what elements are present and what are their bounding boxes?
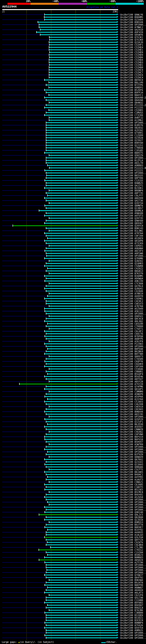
hit-label[interactable]: UniRef100_C7H000: [120, 325, 146, 328]
hit-label[interactable]: UniRef100_C0B8R1: [120, 370, 146, 373]
hit-label[interactable]: UniRef100_C0FJV0: [120, 234, 146, 237]
hit-label[interactable]: UniRef100_C0E919: [120, 406, 146, 408]
hit-label[interactable]: UniRef100_C5IHD1: [120, 64, 146, 66]
hit-label[interactable]: UniRef100_Q9L2C5: [120, 514, 146, 516]
hit-label[interactable]: UniRef100_C7H312: [120, 549, 146, 551]
hit-label[interactable]: UniRef100_Q6NAX9: [120, 456, 146, 458]
hit-label[interactable]: UniRef100_A5KJ22: [120, 310, 146, 312]
hit-label[interactable]: UniRef100_A9DAN4: [120, 247, 146, 250]
hit-label[interactable]: UniRef100_Q39735: [120, 217, 146, 220]
hit-label[interactable]: UniRef100_B9HYA0: [120, 142, 146, 144]
hit-label[interactable]: UniRef100_C4G3V8: [120, 403, 146, 406]
hit-label[interactable]: UniRef100_C5IHE4: [120, 46, 146, 49]
hit-label[interactable]: UniRef100_C0CH43: [120, 408, 146, 410]
hit-label[interactable]: UniRef100_B7DPQ8: [120, 335, 146, 338]
hit-label[interactable]: UniRef100_A1IM62: [120, 119, 146, 122]
hit-label[interactable]: UniRef100_B8LLH9: [120, 81, 146, 84]
hit-label[interactable]: UniRef100_B0UNP4: [120, 190, 146, 192]
hit-label[interactable]: UniRef100_B1VY92: [120, 529, 146, 531]
hit-label[interactable]: UniRef100_Q42910: [120, 28, 146, 31]
hit-label[interactable]: UniRef100_B8YDC0: [120, 79, 146, 81]
hit-label[interactable]: UniRef100_A9WG08: [120, 212, 146, 214]
hit-label[interactable]: UniRef100_C5EHR1: [120, 298, 146, 300]
hit-label[interactable]: UniRef100_B5ZDF6: [120, 89, 146, 92]
hit-label[interactable]: UniRef100_P22983: [120, 343, 146, 345]
hit-label[interactable]: UniRef100_C1ZCG5: [120, 179, 146, 182]
hit-label[interactable]: UniRef100_Q156J0: [120, 41, 146, 44]
hit-label[interactable]: UniRef100_UPI000..: [120, 634, 146, 637]
hit-label[interactable]: UniRef100_P11155-2: [120, 104, 146, 106]
hit-label[interactable]: UniRef100_A7VII0: [120, 383, 146, 386]
hit-label[interactable]: UniRef100_A8IC95: [120, 413, 146, 416]
hit-label[interactable]: UniRef100_C5AW08: [120, 265, 146, 267]
hit-label[interactable]: UniRef100_UPI000..: [120, 569, 146, 571]
hit-label[interactable]: UniRef100_O23404: [120, 18, 146, 21]
hit-label[interactable]: UniRef100_C9ZAT6: [120, 541, 146, 544]
hit-label[interactable]: UniRef100_A1ALQ3: [120, 534, 146, 536]
hit-label[interactable]: UniRef100_Q0C4C8: [120, 318, 146, 320]
hit-label[interactable]: UniRef100_UPI000..: [120, 632, 146, 634]
hit-label[interactable]: UniRef100_B1M376: [120, 124, 146, 126]
hit-label[interactable]: UniRef100_C5IHE0: [120, 51, 146, 54]
hit-label[interactable]: UniRef100_B9Y865: [120, 602, 146, 604]
hit-label[interactable]: UniRef100_A4XDY0: [120, 295, 146, 298]
hit-label[interactable]: UniRef100_C5IHD6: [120, 56, 146, 59]
hit-label[interactable]: UniRef100_A8Y5U7: [120, 378, 146, 380]
hit-label[interactable]: UniRef100_Q84N32: [120, 102, 146, 104]
hit-label[interactable]: UniRef100_Q0BQA6: [120, 466, 146, 468]
hit-label[interactable]: UniRef100_Q74FM6: [120, 386, 146, 388]
hit-label[interactable]: UniRef100_B5I3E5: [120, 488, 146, 491]
hit-label[interactable]: UniRef100_C0UCT6: [120, 332, 146, 335]
hit-label[interactable]: UniRef100_B9DHM5: [120, 16, 146, 18]
hit-label[interactable]: UniRef100_UPI000..: [120, 448, 146, 451]
hit-label[interactable]: UniRef100_C1WVY5: [120, 486, 146, 488]
hit-label[interactable]: UniRef100_Q2RQ42: [120, 288, 146, 290]
hit-label[interactable]: UniRef100_A0L9Q2: [120, 320, 146, 322]
hit-label[interactable]: UniRef100_A5IKE9: [120, 237, 146, 240]
hit-label[interactable]: UniRef100_C9LBR4: [120, 544, 146, 546]
hit-label[interactable]: UniRef100_P11155: [120, 106, 146, 109]
hit-label[interactable]: UniRef100_Q985U1: [120, 315, 146, 318]
hit-label[interactable]: UniRef100_B9X9Q7: [120, 604, 146, 606]
hit-label[interactable]: UniRef100_B9QZL8: [120, 606, 146, 609]
hit-label[interactable]: UniRef100_C7RRX8: [120, 147, 146, 149]
hit-label[interactable]: UniRef100_Q6AVA8-2: [120, 96, 146, 99]
hit-label[interactable]: UniRef100_Q5RZZ9: [120, 154, 146, 157]
hit-label[interactable]: UniRef100_Q9SNY6: [120, 34, 146, 36]
hit-label[interactable]: UniRef100_B3JDZ1: [120, 616, 146, 619]
hit-label[interactable]: UniRef100_B9MS53: [120, 521, 146, 524]
hit-label[interactable]: UniRef100_C5CFT5: [120, 468, 146, 471]
hit-label[interactable]: UniRef100_Q7UWJ7: [120, 574, 146, 576]
hit-label[interactable]: UniRef100_Q0AML8: [120, 210, 146, 212]
hit-label[interactable]: UniRef100_C8WWZ8: [120, 428, 146, 431]
hit-label[interactable]: UniRef100_A3UJF8: [120, 340, 146, 343]
hit-label[interactable]: UniRef100_Q11KA3: [120, 463, 146, 466]
hit-label[interactable]: UniRef100_Q2JDI8: [120, 518, 146, 521]
hit-label[interactable]: UniRef100_C4G9A2: [120, 431, 146, 433]
hit-label[interactable]: UniRef100_Q2W3X2: [120, 260, 146, 262]
hit-label[interactable]: UniRef100_A6U6X4: [120, 589, 146, 592]
hit-label[interactable]: UniRef100_B1L9N1: [120, 230, 146, 232]
hit-label[interactable]: UniRef100_C5IHD5: [120, 109, 146, 112]
hit-label[interactable]: UniRef100_A1SYA4: [120, 398, 146, 400]
hit-label[interactable]: UniRef100_B9JAT8: [120, 582, 146, 584]
hit-label[interactable]: UniRef100_C5IHF1: [120, 44, 146, 46]
hit-label[interactable]: UniRef100_A9KJ39: [120, 280, 146, 282]
hit-label[interactable]: UniRef100_UPI000..: [120, 498, 146, 501]
hit-label[interactable]: UniRef100_A6BFP6: [120, 338, 146, 340]
hit-label[interactable]: UniRef100_A4XKV5: [120, 531, 146, 534]
hit-label[interactable]: UniRef100_B5CMC8: [120, 491, 146, 494]
hit-label[interactable]: UniRef100_C0ESY3: [120, 302, 146, 305]
hit-label[interactable]: UniRef100_A5ZQ58: [120, 496, 146, 498]
hit-label[interactable]: UniRef100_B9JT74: [120, 524, 146, 526]
hit-label[interactable]: UniRef100_C4Z0Z2: [120, 267, 146, 270]
hit-label[interactable]: UniRef100_B2IDK1: [120, 187, 146, 190]
hit-label[interactable]: UniRef100_A5VP66: [120, 396, 146, 398]
hit-label[interactable]: UniRef100_UPI000..: [120, 566, 146, 569]
hit-label[interactable]: UniRef100_UPI000..: [120, 508, 146, 511]
hit-label[interactable]: UniRef100_A3WTR9: [120, 443, 146, 446]
hit-label[interactable]: UniRef100_A9F4I0: [120, 31, 146, 34]
hit-label[interactable]: UniRef100_Q64T92: [120, 576, 146, 579]
hit-label[interactable]: UniRef100_B8FEA8: [120, 348, 146, 350]
hit-label[interactable]: UniRef100_UPI000..: [120, 571, 146, 574]
